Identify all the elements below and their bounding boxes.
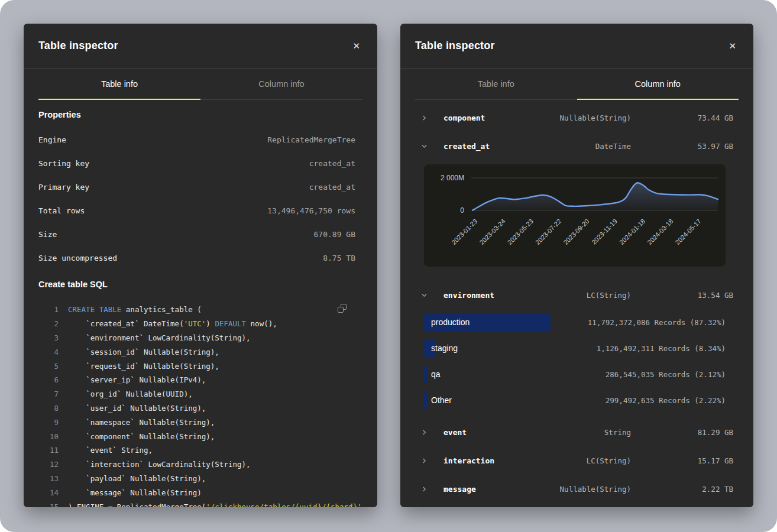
properties-list: EngineReplicatedMergeTreeSorting keycrea…	[38, 128, 362, 270]
property-row: Total rows13,496,476,750 rows	[38, 199, 362, 222]
value-label: Other	[431, 387, 452, 413]
chevron-right-icon	[421, 486, 428, 492]
column-name: interaction	[443, 456, 494, 465]
sql-line-number: 15	[38, 502, 59, 507]
sql-line: 6 `server_ip` Nullable(IPv4),	[38, 373, 362, 387]
property-label: Engine	[38, 135, 66, 144]
value-distribution-bar	[424, 366, 427, 383]
property-row: Size uncompressed8.75 TB	[38, 246, 362, 270]
sql-line: 9 `namespace` Nullable(String),	[38, 415, 362, 429]
sql-line-code: `component` Nullable(String),	[68, 432, 215, 441]
close-button[interactable]: ✕	[350, 39, 362, 53]
column-name: component	[443, 113, 485, 122]
column-type: Nullable(String)	[476, 485, 631, 494]
column-type: DateTime	[490, 142, 631, 151]
value-record-count: 299,492,635 Records (2.22%)	[606, 387, 726, 413]
column-row-environment[interactable]: environmentLC(String)13.54 GB	[415, 281, 739, 309]
column-type: String	[467, 428, 631, 437]
column-row-event[interactable]: eventString81.29 GB	[415, 418, 739, 446]
column-size: 13.54 GB	[631, 291, 739, 300]
column-name: environment	[443, 291, 494, 300]
x-axis-tick-label: 2023-05-23	[506, 218, 535, 246]
x-axis-tick-label: 2023-03-24	[478, 218, 506, 246]
value-row-staging: staging1,126,492,311 Records (8.34%)	[415, 335, 739, 361]
property-label: Sorting key	[38, 159, 89, 168]
x-axis-tick-label: 2023-07-22	[534, 218, 562, 246]
sql-line-code: `environment` LowCardinality(String),	[68, 333, 251, 342]
sql-line-number: 14	[38, 488, 59, 497]
tab-column-info[interactable]: Column info	[200, 69, 362, 100]
created-at-distribution-chart: 2 000M02023-01-232023-03-242023-05-23202…	[424, 164, 726, 267]
modal-header: Table inspector ✕	[24, 24, 377, 69]
column-chart-block: 2 000M02023-01-232023-03-242023-05-23202…	[424, 164, 726, 267]
property-row: Size670.89 GB	[38, 222, 362, 246]
sql-line-code: `server_ip` Nullable(IPv4),	[68, 375, 206, 384]
column-values-block: production11,792,372,086 Records (87.32%…	[415, 309, 739, 413]
property-value: 670.89 GB	[314, 230, 362, 239]
close-button[interactable]: ✕	[726, 39, 739, 53]
property-label: Size uncompressed	[38, 254, 117, 262]
modal-header: Table inspector ✕	[400, 24, 753, 69]
column-row-component[interactable]: componentNullable(String)73.44 GB	[415, 103, 739, 132]
sql-line: 10 `component` Nullable(String),	[38, 429, 362, 443]
chevron-right-icon	[421, 458, 428, 464]
sql-line: 14 `message` Nullable(String)	[38, 485, 362, 499]
value-record-count: 286,545,035 Records (2.12%)	[606, 361, 726, 387]
sql-line-number: 2	[38, 319, 59, 328]
sql-code-block: 1CREATE TABLE analytics_table (2 `create…	[38, 303, 362, 507]
column-name: message	[443, 485, 476, 494]
chevron-down-icon	[421, 143, 428, 150]
sql-line-code: ) ENGINE = ReplicatedMergeTree('/clickho…	[68, 502, 366, 507]
sql-line: 2 `created_at` DateTime('UTC') DEFAULT n…	[38, 317, 362, 331]
column-name: event	[443, 428, 467, 437]
close-icon: ✕	[729, 41, 736, 51]
screenshot-background: Table inspector ✕ Table info Column info…	[0, 0, 777, 532]
tab-table-info[interactable]: Table info	[38, 69, 200, 100]
close-icon: ✕	[352, 41, 360, 51]
tab-column-info[interactable]: Column info	[577, 69, 739, 100]
property-label: Total rows	[38, 206, 85, 215]
column-row-created_at[interactable]: created_atDateTime53.97 GB	[415, 132, 739, 160]
sql-line: 13 `payload` Nullable(String),	[38, 472, 362, 486]
sql-line-number: 9	[38, 418, 59, 427]
sql-line: 1CREATE TABLE analytics_table (	[38, 303, 362, 317]
sql-line-code: `message` Nullable(String)	[68, 488, 202, 497]
sql-line-number: 1	[38, 305, 59, 314]
column-type: LC(String)	[494, 456, 631, 465]
sql-line-code: `created_at` DateTime('UTC') DEFAULT now…	[68, 319, 277, 328]
column-row-message[interactable]: messageNullable(String)2.22 TB	[415, 475, 739, 503]
tab-bar: Table info Column info	[38, 69, 362, 100]
column-name: created_at	[443, 142, 490, 151]
sql-line: 8 `user_id` Nullable(String),	[38, 401, 362, 416]
modal-title: Table inspector	[38, 40, 118, 52]
sql-line-number: 4	[38, 348, 59, 356]
property-label: Primary key	[38, 183, 89, 192]
sql-line-code: `session_id` Nullable(String),	[68, 348, 219, 356]
sql-line-code: `namespace` Nullable(String),	[68, 418, 215, 427]
copy-sql-button[interactable]	[338, 303, 348, 313]
property-value: 8.75 TB	[323, 254, 362, 262]
sql-line-number: 3	[38, 333, 59, 342]
x-axis-tick-label: 2024-01-18	[618, 218, 646, 246]
tab-table-info[interactable]: Table info	[415, 69, 577, 100]
column-size: 2.22 TB	[631, 485, 739, 494]
property-value: created_at	[309, 159, 362, 168]
sql-line-number: 5	[38, 362, 59, 371]
x-axis-tick-label: 2023-01-23	[450, 218, 478, 246]
sql-line-code: `org_id` Nullable(UUID),	[68, 390, 193, 398]
table-info-content: Properties EngineReplicatedMergeTreeSort…	[24, 107, 377, 507]
x-axis-tick-label: 2024-03-18	[646, 218, 674, 246]
sql-line: 3 `environment` LowCardinality(String),	[38, 331, 362, 345]
column-type: LC(String)	[494, 291, 631, 300]
modal-title: Table inspector	[415, 40, 495, 52]
value-label: qa	[431, 361, 441, 387]
chart-area-fill	[472, 183, 718, 210]
value-row-qa: qa286,545,035 Records (2.12%)	[415, 361, 739, 387]
sql-line: 12 `interaction` LowCardinality(String),	[38, 458, 362, 472]
x-axis-tick-label: 2023-09-20	[562, 218, 590, 246]
value-row-Other: Other299,492,635 Records (2.22%)	[415, 387, 739, 413]
sql-line: 5 `request_id` Nullable(String),	[38, 359, 362, 373]
column-row-interaction[interactable]: interactionLC(String)15.17 GB	[415, 446, 739, 475]
sql-line-code: `event` String,	[68, 446, 153, 455]
column-type: Nullable(String)	[485, 113, 631, 122]
